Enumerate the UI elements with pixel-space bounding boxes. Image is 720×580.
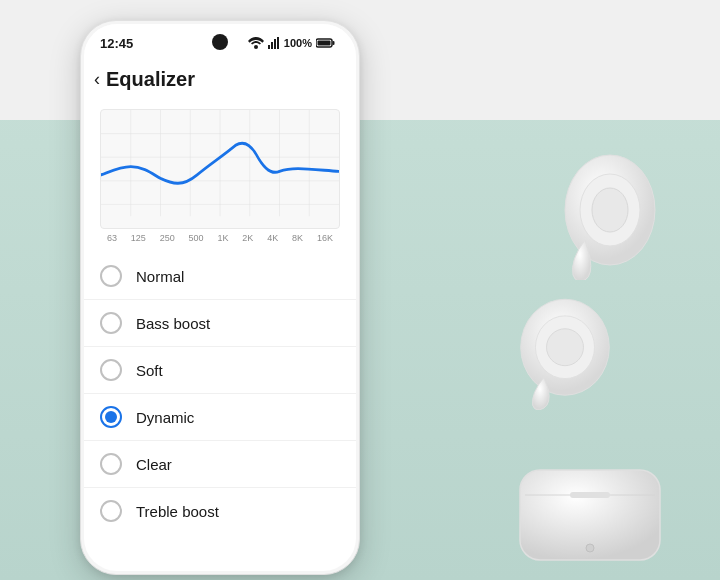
battery-icon (316, 37, 336, 49)
status-time: 12:45 (100, 36, 133, 51)
battery-text: 100% (284, 37, 312, 49)
earbud-right (535, 140, 665, 280)
eq-label-soft: Soft (136, 362, 163, 379)
svg-rect-3 (274, 39, 276, 49)
svg-rect-1 (268, 45, 270, 49)
freq-16k: 16K (317, 233, 333, 243)
freq-2k: 2K (242, 233, 253, 243)
eq-label-dynamic: Dynamic (136, 409, 194, 426)
eq-option-soft[interactable]: Soft (84, 347, 356, 394)
earbud-right-svg (535, 140, 665, 280)
eq-option-treble-boost[interactable]: Treble boost (84, 488, 356, 534)
page-title: Equalizer (106, 68, 195, 91)
svg-rect-2 (271, 42, 273, 49)
eq-label-bass-boost: Bass boost (136, 315, 210, 332)
svg-rect-7 (318, 41, 331, 46)
earbud-case (510, 450, 670, 570)
svg-rect-4 (277, 37, 279, 49)
radio-bass-boost[interactable] (100, 312, 122, 334)
freq-250: 250 (160, 233, 175, 243)
earbud-left (505, 290, 625, 420)
eq-frequency-labels: 63 125 250 500 1K 2K 4K 8K 16K (84, 229, 356, 243)
svg-point-0 (254, 45, 258, 49)
status-bar: 12:45 100% (84, 24, 356, 62)
freq-1k: 1K (217, 233, 228, 243)
radio-dynamic-fill (105, 411, 117, 423)
signal-icon (268, 37, 280, 49)
freq-4k: 4K (267, 233, 278, 243)
wifi-icon (248, 37, 264, 49)
eq-option-dynamic[interactable]: Dynamic (84, 394, 356, 441)
eq-options-list: Normal Bass boost Soft Dynamic Clear (84, 253, 356, 534)
freq-8k: 8K (292, 233, 303, 243)
phone-screen: 12:45 100% (84, 24, 356, 571)
app-header: ‹ Equalizer (84, 62, 356, 101)
svg-point-27 (586, 544, 594, 552)
case-svg (510, 450, 670, 570)
phone: 12:45 100% (80, 20, 360, 575)
eq-chart-svg (101, 110, 339, 228)
eq-option-bass-boost[interactable]: Bass boost (84, 300, 356, 347)
freq-125: 125 (131, 233, 146, 243)
freq-500: 500 (189, 233, 204, 243)
eq-label-normal: Normal (136, 268, 184, 285)
radio-clear[interactable] (100, 453, 122, 475)
earbud-left-svg (505, 290, 625, 410)
eq-label-clear: Clear (136, 456, 172, 473)
radio-treble-boost[interactable] (100, 500, 122, 522)
eq-label-treble-boost: Treble boost (136, 503, 219, 520)
radio-normal[interactable] (100, 265, 122, 287)
camera-notch (212, 34, 228, 50)
svg-point-24 (547, 329, 584, 366)
eq-option-normal[interactable]: Normal (84, 253, 356, 300)
svg-rect-28 (570, 492, 610, 498)
radio-soft[interactable] (100, 359, 122, 381)
freq-63: 63 (107, 233, 117, 243)
status-icons: 100% (248, 37, 336, 49)
radio-dynamic[interactable] (100, 406, 122, 428)
back-button[interactable]: ‹ (94, 69, 100, 90)
eq-chart (100, 109, 340, 229)
eq-option-clear[interactable]: Clear (84, 441, 356, 488)
svg-point-21 (592, 188, 628, 232)
svg-rect-6 (333, 41, 335, 45)
